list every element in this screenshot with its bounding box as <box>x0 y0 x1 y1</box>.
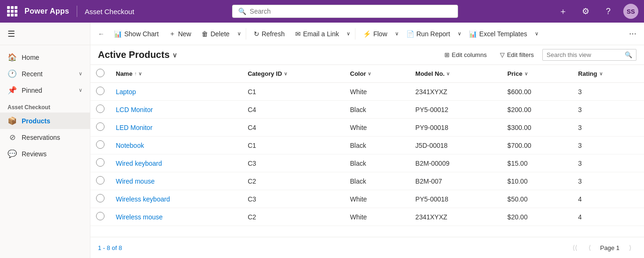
row-check-6[interactable] <box>90 190 110 208</box>
search-view-box[interactable]: 🔍 <box>542 49 636 61</box>
new-icon: ＋ <box>169 30 176 38</box>
color-filter-icon[interactable]: ∨ <box>368 71 371 76</box>
col-header-name[interactable]: Name ↑ ∨ <box>110 65 242 83</box>
row-rating-3: 3 <box>572 137 644 154</box>
next-page-button[interactable]: ⟩ <box>623 241 636 254</box>
flow-chevron-button[interactable]: ∨ <box>393 28 401 40</box>
row-check-5[interactable] <box>90 172 110 190</box>
sidebar-item-pinned[interactable]: 📌 Pinned ∨ <box>0 82 90 98</box>
edit-columns-icon: ⊞ <box>444 51 450 58</box>
model-filter-icon[interactable]: ∨ <box>446 71 450 76</box>
first-page-button[interactable]: ⟨⟨ <box>568 241 581 254</box>
row-name-link-1[interactable]: LCD Monitor <box>116 106 153 113</box>
email-icon: ✉ <box>295 30 301 38</box>
recent-chevron-icon: ∨ <box>79 71 82 77</box>
col-header-color[interactable]: Color ∨ <box>345 65 410 83</box>
flow-button[interactable]: ⚡ Flow <box>358 27 392 40</box>
global-search-box[interactable]: 🔍 <box>232 5 458 18</box>
toolbar-separator-1 <box>246 28 246 40</box>
delete-button[interactable]: 🗑 Delete <box>197 27 234 40</box>
row-name-link-3[interactable]: Notebook <box>116 142 144 149</box>
rating-filter-icon[interactable]: ∨ <box>599 71 603 76</box>
row-name-link-6[interactable]: Wireless keyboard <box>116 195 170 203</box>
add-button[interactable]: ＋ <box>555 4 571 19</box>
row-name-2: LED Monitor <box>110 119 242 137</box>
row-name-4: Wired keyboard <box>110 154 242 172</box>
select-all-checkbox[interactable] <box>96 69 105 77</box>
row-name-link-2[interactable]: LED Monitor <box>116 124 153 131</box>
grid-title-chevron-icon[interactable]: ∨ <box>172 51 177 59</box>
row-category-0: C1 <box>242 83 344 101</box>
sidebar-reviews-label: Reviews <box>22 150 47 158</box>
sidebar-toggle-button[interactable]: ☰ <box>0 23 90 45</box>
row-color-7: White <box>345 208 410 226</box>
row-check-3[interactable] <box>90 137 110 154</box>
sidebar-pinned-label: Pinned <box>22 87 42 94</box>
back-button[interactable]: ← <box>94 27 108 40</box>
prev-page-button[interactable]: ⟨ <box>583 241 596 254</box>
col-header-category-id[interactable]: Category ID ∨ <box>242 65 344 83</box>
row-rating-0: 3 <box>572 83 644 101</box>
sidebar-home-label: Home <box>22 54 39 61</box>
delete-chevron-button[interactable]: ∨ <box>235 28 243 40</box>
table-footer: 1 - 8 of 8 ⟨⟨ ⟨ Page 1 ⟩ <box>90 237 644 258</box>
row-category-7: C2 <box>242 208 344 226</box>
pagination-controls: ⟨⟨ ⟨ Page 1 ⟩ <box>568 241 636 254</box>
row-name-link-0[interactable]: Laptop <box>116 88 136 96</box>
col-header-model-no[interactable]: Model No. ∨ <box>410 65 502 83</box>
row-category-2: C4 <box>242 119 344 137</box>
run-report-chevron-button[interactable]: ∨ <box>456 28 463 40</box>
category-filter-icon[interactable]: ∨ <box>284 71 287 76</box>
waffle-menu-button[interactable] <box>6 5 19 18</box>
table-row: Wireless mouse C2 White 2341XYXZ $20.00 … <box>90 208 644 226</box>
row-check-0[interactable] <box>90 83 110 101</box>
price-filter-icon[interactable]: ∨ <box>524 71 528 76</box>
row-check-7[interactable] <box>90 208 110 226</box>
table-row: LED Monitor C4 White PY9-00018 $300.00 3 <box>90 119 644 137</box>
more-options-button[interactable]: ⋯ <box>625 26 640 41</box>
new-button[interactable]: ＋ New <box>164 27 196 41</box>
table-container: Name ↑ ∨ Category ID ∨ <box>90 65 644 237</box>
row-name-1: LCD Monitor <box>110 101 242 119</box>
waffle-icon <box>7 6 17 16</box>
main-layout: ☰ 🏠 Home 🕐 Recent ∨ 📌 Pinned <box>0 23 644 258</box>
excel-chevron-button[interactable]: ∨ <box>533 28 540 40</box>
sidebar-item-reviews[interactable]: 💬 Reviews <box>0 145 90 162</box>
global-search-input[interactable] <box>250 8 452 15</box>
row-price-2: $300.00 <box>502 119 572 137</box>
email-chevron-button[interactable]: ∨ <box>345 28 352 40</box>
email-link-button[interactable]: ✉ Email a Link <box>290 27 344 40</box>
edit-columns-button[interactable]: ⊞ Edit columns <box>440 49 491 61</box>
sidebar-item-recent[interactable]: 🕐 Recent ∨ <box>0 65 90 82</box>
table-row: LCD Monitor C4 Black PY5-00012 $200.00 3 <box>90 101 644 119</box>
col-header-rating[interactable]: Rating ∨ <box>572 65 644 83</box>
row-name-link-4[interactable]: Wired keyboard <box>116 160 162 167</box>
row-name-link-7[interactable]: Wireless mouse <box>116 213 163 221</box>
row-check-4[interactable] <box>90 154 110 172</box>
flow-label: Flow <box>373 30 387 38</box>
excel-templates-button[interactable]: 📊 Excel Templates <box>464 27 532 40</box>
edit-filters-button[interactable]: ▽ Edit filters <box>495 49 539 61</box>
show-chart-button[interactable]: 📊 Show Chart <box>109 27 163 40</box>
sidebar-item-home[interactable]: 🏠 Home <box>0 49 90 65</box>
col-header-price[interactable]: Price ∨ <box>502 65 572 83</box>
row-model-7: 2341XYXZ <box>410 208 502 226</box>
help-icon[interactable]: ? <box>601 4 616 19</box>
row-name-link-5[interactable]: Wired mouse <box>116 177 154 185</box>
user-avatar[interactable]: SS <box>623 4 638 19</box>
products-table: Name ↑ ∨ Category ID ∨ <box>90 65 644 226</box>
row-circle-0 <box>96 87 105 95</box>
refresh-button[interactable]: ↻ Refresh <box>249 27 290 40</box>
settings-icon[interactable]: ⚙ <box>578 4 593 19</box>
row-check-1[interactable] <box>90 101 110 119</box>
run-report-button[interactable]: 📄 Run Report <box>402 27 455 40</box>
sidebar-item-products[interactable]: 📦 Products <box>0 113 90 129</box>
row-model-3: J5D-00018 <box>410 137 502 154</box>
row-check-2[interactable] <box>90 119 110 137</box>
sidebar-item-reservations[interactable]: ⊘ Reservations <box>0 129 90 145</box>
row-color-0: White <box>345 83 410 101</box>
search-view-input[interactable] <box>547 51 622 58</box>
name-filter-icon[interactable]: ∨ <box>138 71 142 76</box>
reservations-icon: ⊘ <box>8 133 17 142</box>
table-row: Wireless keyboard C3 White PY5-00018 $50… <box>90 190 644 208</box>
